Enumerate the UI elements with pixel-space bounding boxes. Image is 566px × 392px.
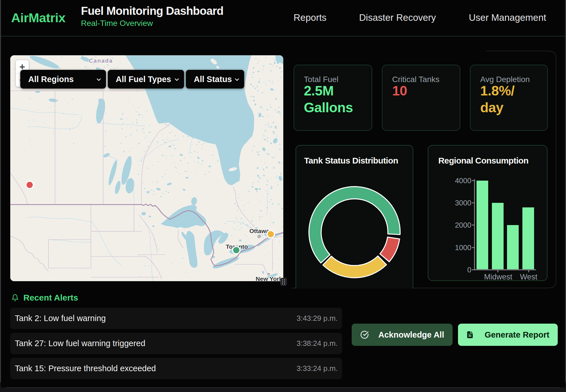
svg-text:3000: 3000 [455,199,471,207]
svg-text:0: 0 [467,266,471,274]
svg-text:4000: 4000 [455,176,471,185]
svg-text:2000: 2000 [455,221,471,229]
svg-text:New York: New York [256,275,282,281]
svg-text:West: West [520,273,538,281]
svg-text:1000: 1000 [455,243,471,252]
svg-text:Midwest: Midwest [484,273,512,281]
svg-text:Canada: Canada [89,58,113,64]
